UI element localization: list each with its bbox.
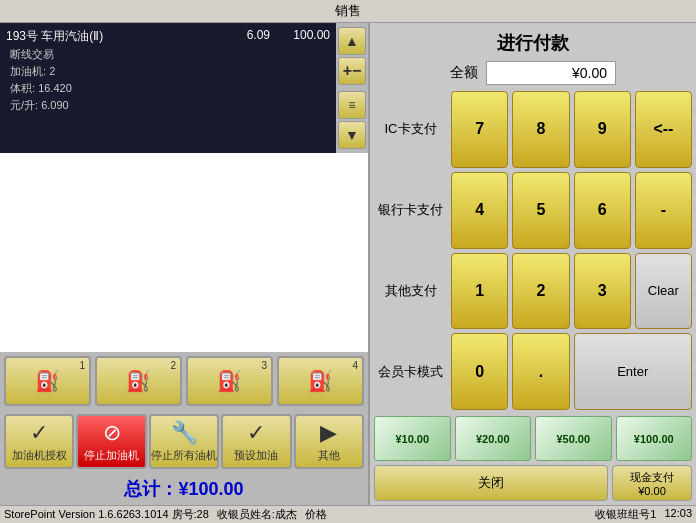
sale-volume: 体积: 16.420	[6, 80, 330, 97]
other-btn[interactable]: ▶ 其他	[294, 414, 364, 469]
preset-fuel-btn[interactable]: ✓ 预设加油	[221, 414, 291, 469]
scroll-down-btn[interactable]: ▼	[338, 121, 366, 149]
btn-5[interactable]: 5	[512, 172, 569, 249]
cash-amount: ¥0.00	[638, 485, 666, 497]
action-row: ✓ 加油机授权 ⊘ 停止加油机 🔧 停止所有油机 ✓ 预设加油 ▶ 其他	[0, 410, 368, 473]
btn-8[interactable]: 8	[512, 91, 569, 168]
sale-item-total: 100.00	[270, 28, 330, 45]
status-mid: 收银员姓名:成杰	[217, 507, 297, 522]
sale-machine: 加油机: 2	[6, 63, 330, 80]
scrollbar: ▲ +− ≡ ▼	[336, 23, 368, 153]
btn-7[interactable]: 7	[451, 91, 508, 168]
pump-btn-2[interactable]: 2 ⛽	[95, 356, 182, 406]
btn-dot[interactable]: .	[512, 333, 569, 410]
sale-item-name: 193号 车用汽油(Ⅱ)	[6, 28, 220, 45]
note-10-label: ¥10.00	[395, 433, 429, 445]
play-icon: ▶	[320, 420, 337, 446]
cash-button[interactable]: 现金支付 ¥0.00	[612, 465, 692, 501]
sale-item-price: 6.09	[220, 28, 270, 45]
btn-backspace[interactable]: <--	[635, 91, 692, 168]
authorize-label: 加油机授权	[12, 448, 67, 463]
ic-card-label: IC卡支付	[374, 91, 447, 168]
btn-4[interactable]: 4	[451, 172, 508, 249]
white-area	[0, 153, 368, 352]
pump-row: 1 ⛽ 2 ⛽ 3 ⛽ 4 ⛽	[0, 352, 368, 410]
preset-icon: ✓	[247, 420, 265, 446]
note-20[interactable]: ¥20.00	[455, 416, 532, 461]
enter-button[interactable]: Enter	[574, 333, 693, 410]
amount-label: 全额	[450, 64, 478, 82]
checkmark-icon: ✓	[30, 420, 48, 446]
right-panel: 进行付款 全额 ¥0.00 IC卡支付 7 8 9 <-- 银行卡支付 4 5 …	[370, 23, 696, 505]
sale-price-per-liter: 元/升: 6.090	[6, 97, 330, 114]
note-100-label: ¥100.00	[634, 433, 674, 445]
stop-all-icon: 🔧	[171, 420, 198, 446]
stop-icon: ⊘	[103, 420, 121, 446]
close-button[interactable]: 关闭	[374, 465, 608, 501]
btn-6[interactable]: 6	[574, 172, 631, 249]
title-text: 销售	[335, 3, 361, 18]
title-bar: 销售	[0, 0, 696, 23]
note-100[interactable]: ¥100.00	[616, 416, 693, 461]
authorize-btn[interactable]: ✓ 加油机授权	[4, 414, 74, 469]
scroll-list-btn[interactable]: ≡	[338, 91, 366, 119]
bottom-row: 关闭 现金支付 ¥0.00	[374, 465, 692, 501]
note-20-label: ¥20.00	[476, 433, 510, 445]
btn-3[interactable]: 3	[574, 253, 631, 330]
amount-display: ¥0.00	[486, 61, 616, 85]
stop-all-label: 停止所有油机	[151, 448, 217, 463]
other-label: 其他	[318, 448, 340, 463]
sales-content: 193号 车用汽油(Ⅱ) 6.09 100.00 断线交易 加油机: 2 体积:…	[0, 23, 336, 153]
preset-label: 预设加油	[234, 448, 278, 463]
btn-1[interactable]: 1	[451, 253, 508, 330]
clear-button[interactable]: Clear	[635, 253, 692, 330]
cash-label: 现金支付	[630, 470, 674, 485]
scroll-up-btn[interactable]: ▲	[338, 27, 366, 55]
payment-title: 进行付款	[374, 27, 692, 61]
btn-2[interactable]: 2	[512, 253, 569, 330]
status-register: 收银班组号1	[595, 507, 656, 522]
stop-pump-btn[interactable]: ⊘ 停止加油机	[76, 414, 146, 469]
pump-btn-1[interactable]: 1 ⛽	[4, 356, 91, 406]
money-row: ¥10.00 ¥20.00 ¥50.00 ¥100.00	[374, 416, 692, 461]
total-bar: 总计：¥100.00	[0, 473, 368, 505]
sales-list: 193号 车用汽油(Ⅱ) 6.09 100.00 断线交易 加油机: 2 体积:…	[0, 23, 368, 153]
member-card-label: 会员卡模式	[374, 333, 447, 410]
stop-all-btn[interactable]: 🔧 停止所有油机	[149, 414, 219, 469]
numpad-area: IC卡支付 7 8 9 <-- 银行卡支付 4 5 6 - 其他支付 1 2 3…	[374, 91, 692, 410]
left-panel: 193号 车用汽油(Ⅱ) 6.09 100.00 断线交易 加油机: 2 体积:…	[0, 23, 370, 505]
sale-type: 断线交易	[6, 46, 330, 63]
btn-minus[interactable]: -	[635, 172, 692, 249]
note-50-label: ¥50.00	[556, 433, 590, 445]
status-left: StorePoint Version 1.6.6263.1014 房号:28	[4, 507, 209, 522]
status-price: 价格	[305, 507, 327, 522]
note-10[interactable]: ¥10.00	[374, 416, 451, 461]
note-50[interactable]: ¥50.00	[535, 416, 612, 461]
amount-row: 全额 ¥0.00	[374, 61, 692, 85]
btn-0[interactable]: 0	[451, 333, 508, 410]
pump-btn-4[interactable]: 4 ⛽	[277, 356, 364, 406]
status-time: 12:03	[664, 507, 692, 522]
other-payment-label: 其他支付	[374, 253, 447, 330]
scroll-plus-minus-btn[interactable]: +−	[338, 57, 366, 85]
stop-pump-label: 停止加油机	[84, 448, 139, 463]
bank-card-label: 银行卡支付	[374, 172, 447, 249]
btn-9[interactable]: 9	[574, 91, 631, 168]
total-text: 总计：¥100.00	[124, 479, 243, 499]
sale-row-main: 193号 车用汽油(Ⅱ) 6.09 100.00	[6, 27, 330, 46]
pump-btn-3[interactable]: 3 ⛽	[186, 356, 273, 406]
status-bar: StorePoint Version 1.6.6263.1014 房号:28 收…	[0, 505, 696, 523]
